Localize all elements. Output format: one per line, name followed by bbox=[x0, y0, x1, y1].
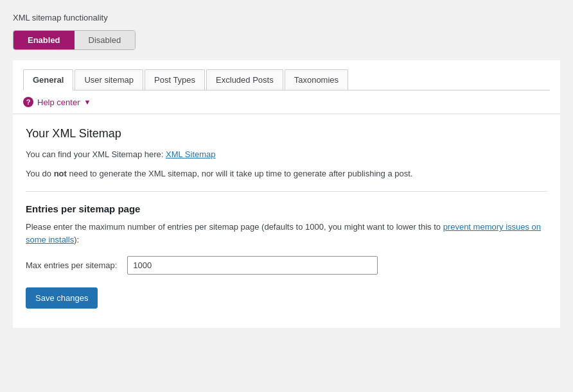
tab-general[interactable]: General bbox=[23, 69, 73, 90]
max-entries-input[interactable] bbox=[127, 256, 378, 275]
entries-heading: Entries per sitemap page bbox=[26, 203, 547, 214]
save-changes-button[interactable]: Save changes bbox=[26, 287, 98, 309]
divider bbox=[26, 191, 547, 192]
toggle-button-group: Enabled Disabled bbox=[13, 30, 136, 50]
sitemap-note-bold: not bbox=[54, 169, 67, 178]
entries-desc: Please enter the maximum number of entri… bbox=[26, 221, 547, 246]
tab-excluded-posts[interactable]: Excluded Posts bbox=[206, 69, 283, 90]
sitemap-note: You do not need to generate the XML site… bbox=[26, 167, 547, 180]
entries-desc-1: Please enter the maximum number of entri… bbox=[26, 222, 443, 232]
section-title: XML sitemap functionality bbox=[13, 13, 560, 22]
main-heading: Your XML Sitemap bbox=[26, 127, 547, 141]
max-entries-label: Max entries per sitemap: bbox=[26, 260, 117, 270]
content-area: Your XML Sitemap You can find your XML S… bbox=[13, 114, 560, 328]
help-icon: ? bbox=[23, 97, 33, 107]
tab-bar: General User sitemap Post Types Excluded… bbox=[13, 60, 560, 90]
chevron-down-icon: ▼ bbox=[84, 98, 91, 106]
tab-post-types[interactable]: Post Types bbox=[145, 69, 205, 90]
sitemap-desc-prefix: You can find your XML Sitemap here: bbox=[26, 149, 166, 159]
help-center-link[interactable]: Help center bbox=[37, 98, 80, 107]
sitemap-note-2: need to generate the XML sitemap, nor wi… bbox=[67, 169, 413, 178]
tabs-container: General User sitemap Post Types Excluded… bbox=[23, 69, 550, 90]
toggle-enabled-button[interactable]: Enabled bbox=[13, 31, 75, 49]
help-bar: ? Help center ▼ bbox=[13, 90, 560, 114]
toggle-wrapper: Enabled Disabled bbox=[13, 30, 560, 50]
toggle-disabled-button[interactable]: Disabled bbox=[75, 31, 136, 49]
form-row: Max entries per sitemap: bbox=[26, 256, 547, 275]
sitemap-link-desc: You can find your XML Sitemap here: XML … bbox=[26, 148, 547, 161]
tab-taxonomies[interactable]: Taxonomies bbox=[285, 69, 348, 90]
tab-user-sitemap[interactable]: User sitemap bbox=[75, 69, 143, 90]
sitemap-link[interactable]: XML Sitemap bbox=[166, 149, 216, 159]
sitemap-note-1: You do bbox=[26, 169, 54, 178]
entries-desc-2: ): bbox=[74, 235, 79, 244]
